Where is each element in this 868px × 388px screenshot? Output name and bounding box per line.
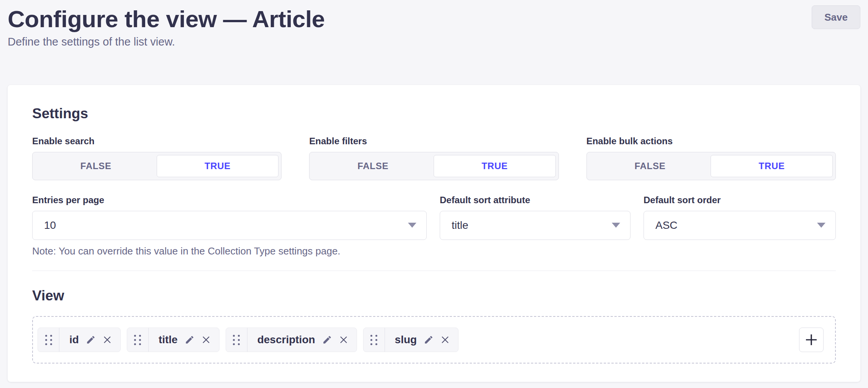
edit-field-button[interactable]: [322, 335, 332, 345]
chip-field-name: description: [257, 334, 315, 346]
default-sort-attribute-field: Default sort attribute title: [440, 195, 631, 257]
entries-per-page-value: 10: [44, 219, 56, 231]
view-field-chip[interactable]: description: [226, 328, 357, 352]
cross-icon: [103, 335, 112, 344]
chip-body: slug: [385, 328, 459, 352]
cross-icon: [441, 335, 450, 344]
enable-search-toggle[interactable]: FALSE TRUE: [32, 152, 282, 180]
enable-filters-label: Enable filters: [309, 136, 558, 147]
save-button[interactable]: Save: [812, 5, 860, 29]
page-title-block: Configure the view — Article Define the …: [8, 5, 325, 48]
pencil-icon: [86, 335, 96, 345]
cross-icon: [201, 335, 211, 344]
edit-field-button[interactable]: [424, 335, 434, 345]
enable-filters-field: Enable filters FALSE TRUE: [309, 136, 558, 180]
enable-filters-false-option[interactable]: FALSE: [312, 155, 434, 177]
view-field-chip[interactable]: id: [38, 328, 121, 352]
enable-bulk-actions-field: Enable bulk actions FALSE TRUE: [586, 136, 836, 180]
chip-field-name: slug: [395, 334, 417, 346]
pencil-icon: [322, 335, 332, 345]
drag-handle[interactable]: [38, 328, 59, 352]
chevron-down-icon: [408, 223, 416, 228]
toggles-row: Enable search FALSE TRUE Enable filters …: [32, 136, 836, 180]
page-header: Configure the view — Article Define the …: [0, 0, 868, 48]
enable-bulk-actions-toggle[interactable]: FALSE TRUE: [586, 152, 836, 180]
drag-handle-icon: [233, 335, 240, 345]
view-field-chip[interactable]: slug: [363, 328, 459, 352]
selects-row: Entries per page 10 Note: You can overri…: [32, 195, 836, 257]
edit-field-button[interactable]: [86, 335, 96, 345]
enable-bulk-actions-label: Enable bulk actions: [586, 136, 836, 147]
drag-handle-icon: [134, 335, 141, 345]
default-sort-order-label: Default sort order: [644, 195, 836, 205]
view-field-chip[interactable]: title: [127, 328, 219, 352]
entries-per-page-select[interactable]: 10: [32, 211, 427, 240]
enable-filters-true-option[interactable]: TRUE: [434, 155, 556, 177]
enable-filters-toggle[interactable]: FALSE TRUE: [309, 152, 558, 180]
plus-icon: [804, 333, 818, 347]
enable-bulk-actions-true-option[interactable]: TRUE: [711, 155, 833, 177]
drag-handle[interactable]: [127, 328, 149, 352]
chip-field-name: id: [69, 334, 79, 346]
enable-bulk-actions-false-option[interactable]: FALSE: [590, 155, 711, 177]
section-divider: [32, 271, 836, 271]
view-fields-drop-zone: id title: [32, 316, 836, 364]
remove-field-button[interactable]: [201, 335, 211, 344]
default-sort-attribute-select[interactable]: title: [440, 211, 631, 240]
drag-handle-icon: [370, 335, 377, 345]
enable-search-field: Enable search FALSE TRUE: [32, 136, 282, 180]
enable-search-label: Enable search: [32, 136, 282, 147]
default-sort-order-field: Default sort order ASC: [644, 195, 836, 257]
default-sort-attribute-value: title: [452, 219, 468, 231]
entries-per-page-hint: Note: You can override this value in the…: [32, 245, 427, 257]
cross-icon: [339, 335, 348, 344]
chip-body: description: [247, 328, 357, 352]
view-section-heading: View: [32, 288, 836, 304]
enable-search-false-option[interactable]: FALSE: [35, 155, 157, 177]
chip-body: id: [59, 328, 120, 352]
settings-card: Settings Enable search FALSE TRUE Enable…: [8, 85, 860, 382]
pencil-icon: [424, 335, 434, 345]
chevron-down-icon: [817, 223, 825, 228]
drag-handle-icon: [45, 335, 52, 345]
default-sort-order-select[interactable]: ASC: [644, 211, 836, 240]
chevron-down-icon: [612, 223, 620, 228]
add-field-button[interactable]: [799, 328, 824, 352]
pencil-icon: [185, 335, 195, 345]
settings-section-heading: Settings: [32, 106, 836, 122]
entries-per-page-field: Entries per page 10 Note: You can overri…: [32, 195, 427, 257]
entries-per-page-label: Entries per page: [32, 195, 427, 205]
default-sort-order-value: ASC: [655, 219, 678, 231]
remove-field-button[interactable]: [103, 335, 112, 344]
drag-handle[interactable]: [226, 328, 247, 352]
enable-search-true-option[interactable]: TRUE: [157, 155, 279, 177]
page-subtitle: Define the settings of the list view.: [8, 36, 325, 48]
drag-handle[interactable]: [364, 328, 385, 352]
remove-field-button[interactable]: [339, 335, 348, 344]
default-sort-attribute-label: Default sort attribute: [440, 195, 631, 205]
page-title: Configure the view — Article: [8, 5, 325, 33]
chip-body: title: [149, 328, 219, 352]
chip-field-name: title: [159, 334, 178, 346]
edit-field-button[interactable]: [185, 335, 195, 345]
remove-field-button[interactable]: [441, 335, 450, 344]
